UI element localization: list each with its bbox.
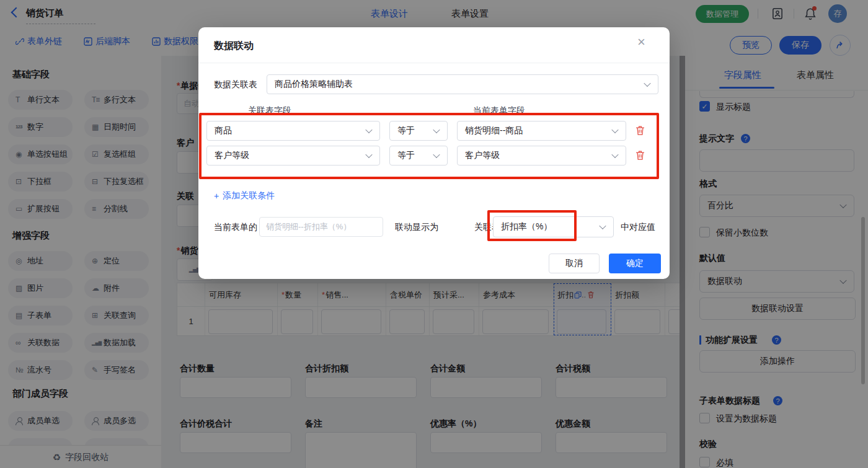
related-table-label: 数据关联表: [214, 79, 257, 91]
cancel-button[interactable]: 取消: [549, 254, 600, 273]
annotation-rect-conditions: [199, 113, 659, 179]
dialog-title: 数据联动: [214, 40, 254, 53]
display-as-label: 联动显示为: [395, 222, 438, 233]
corresponding-value-label: 中对应值: [621, 222, 655, 233]
close-icon[interactable]: ×: [637, 35, 645, 49]
add-condition-link[interactable]: + 添加关联条件: [214, 190, 275, 201]
current-field-input[interactable]: 销货明细--折扣率（%）: [259, 217, 383, 237]
current-form-label: 当前表单的: [214, 222, 257, 233]
dialog-header-divider: [198, 63, 670, 63]
annotation-rect-display-field: [487, 210, 577, 241]
plus-icon: +: [214, 191, 219, 201]
related-table-select[interactable]: 商品价格策略辅助表: [267, 74, 658, 94]
confirm-button[interactable]: 确定: [609, 254, 661, 273]
